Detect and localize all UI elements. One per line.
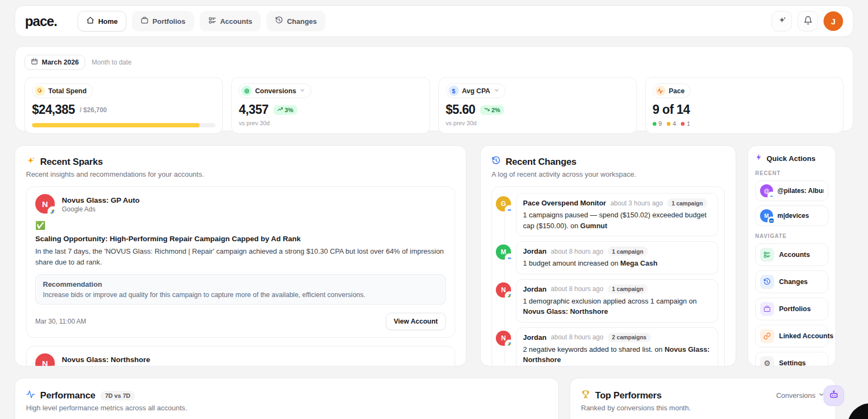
- accounts-icon: [760, 248, 774, 262]
- tab-portfolios-label: Portfolios: [152, 17, 186, 25]
- navigate-accounts[interactable]: Accounts: [755, 243, 828, 266]
- navigate-portfolios[interactable]: Portfolios: [755, 298, 828, 320]
- changes-title: Recent Changes: [506, 157, 576, 167]
- meta-badge-icon: ∞: [506, 254, 513, 262]
- spark-card: N Novus Glass: GP Auto Google Ads ✅ Scal…: [26, 186, 455, 338]
- google-ads-badge-icon: [506, 340, 513, 348]
- change-entry[interactable]: M ∞ Jordan about 8 hours ago 1 campaign …: [496, 241, 718, 274]
- top-performers-subtitle: Ranked by conversions this month.: [581, 404, 691, 412]
- meta-badge-icon: ∞: [768, 192, 775, 199]
- spark-body: In the last 7 days, the 'NOVUS Glass: Ri…: [35, 246, 446, 268]
- metric-dropdown[interactable]: Conversions: [776, 391, 825, 399]
- yellow-status-dot: [667, 122, 671, 126]
- history-icon: [275, 16, 283, 26]
- top-performers-title: Top Performers: [595, 390, 662, 401]
- history-icon: [760, 275, 774, 289]
- change-entry[interactable]: G ∞ Pace Overspend Monitor about 3 hours…: [496, 193, 718, 236]
- cpa-value: $5.60: [446, 102, 476, 117]
- change-entry[interactable]: N Jordan about 8 hours ago 2 campaigns 2…: [496, 327, 718, 367]
- bell-icon: [803, 16, 813, 27]
- history-icon: [492, 156, 501, 167]
- spend-progress-track: [32, 123, 215, 127]
- tab-home[interactable]: Home: [78, 11, 126, 31]
- target-icon: [241, 86, 252, 96]
- change-actor: Jordan: [523, 247, 546, 255]
- change-time: about 8 hours ago: [551, 333, 603, 341]
- ai-sparkles-button[interactable]: [771, 11, 792, 31]
- campaign-count-badge: 2 campaigns: [608, 333, 651, 342]
- trophy-icon: [581, 390, 590, 401]
- performance-section: Performance 7D vs 7D High level performa…: [15, 378, 559, 419]
- spark-platform: Google Ads: [62, 365, 150, 366]
- cpa-metric-selector[interactable]: $ Avg CPA: [446, 83, 506, 98]
- campaign-count-badge: 1 campaign: [608, 285, 648, 294]
- change-time: about 8 hours ago: [551, 248, 603, 255]
- campaign-count-badge: 1 campaign: [667, 198, 707, 208]
- overview-header: March 2026 Month to date: [24, 55, 844, 70]
- trending-down-icon: [484, 106, 490, 113]
- navigate-settings[interactable]: ⚙ Settings: [755, 352, 828, 366]
- change-description: 2 negative keywords added to shared list…: [523, 344, 711, 365]
- pace-pill: Pace: [653, 83, 691, 98]
- corner-widget-blob[interactable]: [847, 403, 868, 419]
- spark-account-name: Novus Glass: GP Auto: [62, 196, 139, 204]
- spark-card: N Novus Glass: Northshore Google Ads: [26, 346, 455, 366]
- quick-actions-panel: Quick Actions RECENT @ ∞ @pilates: Albur…: [748, 145, 836, 366]
- main-nav-tabs: Home Portfolios Accounts Changes: [78, 11, 326, 31]
- briefcase-icon: [760, 302, 774, 316]
- navbar-actions: J: [771, 11, 843, 31]
- conversions-caption: vs prev 30d: [239, 120, 422, 126]
- tab-portfolios[interactable]: Portfolios: [132, 11, 194, 31]
- link-icon: [760, 329, 774, 343]
- quick-actions-title: Quick Actions: [767, 154, 815, 163]
- spark-platform: Google Ads: [62, 205, 139, 213]
- change-description: 1 budget amount increased on Mega Cash: [523, 258, 711, 269]
- view-account-button[interactable]: View Account: [386, 313, 446, 330]
- ai-assistant-fab[interactable]: [824, 385, 844, 406]
- top-navbar: pace. Home Portfolios Accounts Changes J: [15, 5, 853, 37]
- sparks-subtitle: Recent insights and recommendations for …: [26, 170, 455, 178]
- google-ads-badge-icon: [48, 207, 58, 216]
- recent-section-label: RECENT: [755, 170, 828, 176]
- month-picker[interactable]: March 2026: [24, 55, 85, 70]
- change-actor: Jordan: [523, 333, 546, 341]
- conversions-label: Conversions: [255, 87, 296, 95]
- change-entry[interactable]: N Jordan about 8 hours ago 1 campaign 1 …: [496, 279, 718, 323]
- user-avatar[interactable]: J: [824, 11, 843, 31]
- navigate-linked-accounts[interactable]: Linked Accounts: [755, 325, 828, 347]
- period-comparison-badge: 7D vs 7D: [100, 391, 135, 401]
- spark-timestamp: Mar 30, 11:00 AM: [35, 318, 86, 325]
- pace-status-dots: 9 4 1: [653, 120, 836, 127]
- app-logo: pace.: [25, 14, 57, 29]
- home-icon: [86, 16, 94, 26]
- gear-icon: ⚙: [760, 356, 774, 366]
- zap-icon: [755, 153, 763, 163]
- navigate-section-label: NAVIGATE: [755, 233, 828, 239]
- change-time: about 8 hours ago: [551, 285, 603, 293]
- total-spend-target: / $26,700: [80, 106, 107, 114]
- stat-card-avg-cpa: $ Avg CPA $5.60 2% vs prev 30d: [438, 77, 637, 134]
- briefcase-icon: [141, 16, 149, 26]
- recommendation-text: Increase bids or improve ad quality for …: [43, 291, 438, 299]
- spark-headline: Scaling Opportunity: High-Performing Rep…: [35, 235, 446, 243]
- stat-card-pace: Pace 9 of 14 9 4 1: [645, 77, 844, 134]
- change-time: about 3 hours ago: [610, 199, 663, 207]
- tab-accounts-label: Accounts: [220, 17, 252, 25]
- navigate-changes[interactable]: Changes: [755, 270, 828, 293]
- notifications-button[interactable]: [797, 11, 818, 31]
- total-spend-value: $24,385: [32, 102, 75, 117]
- overview-section: March 2026 Month to date Total Spend $24…: [15, 46, 853, 131]
- change-actor: Jordan: [523, 285, 546, 293]
- recent-sparks-section: Recent Sparks Recent insights and recomm…: [15, 145, 467, 366]
- sparkles-icon: [777, 16, 787, 27]
- activity-icon: [26, 390, 35, 401]
- performance-title: Performance: [40, 390, 95, 401]
- change-description: 1 demographic exclusion applied across 1…: [523, 296, 711, 317]
- red-status-dot: [681, 122, 685, 126]
- spend-progress-fill: [32, 123, 200, 127]
- conversions-metric-selector[interactable]: Conversions: [239, 83, 311, 98]
- recent-account-mdevices[interactable]: M in m|devices: [755, 205, 828, 226]
- tab-changes[interactable]: Changes: [266, 11, 326, 31]
- tab-accounts[interactable]: Accounts: [200, 11, 261, 31]
- recent-account-pilates-albury[interactable]: @ ∞ @pilates: Albury: [755, 181, 828, 201]
